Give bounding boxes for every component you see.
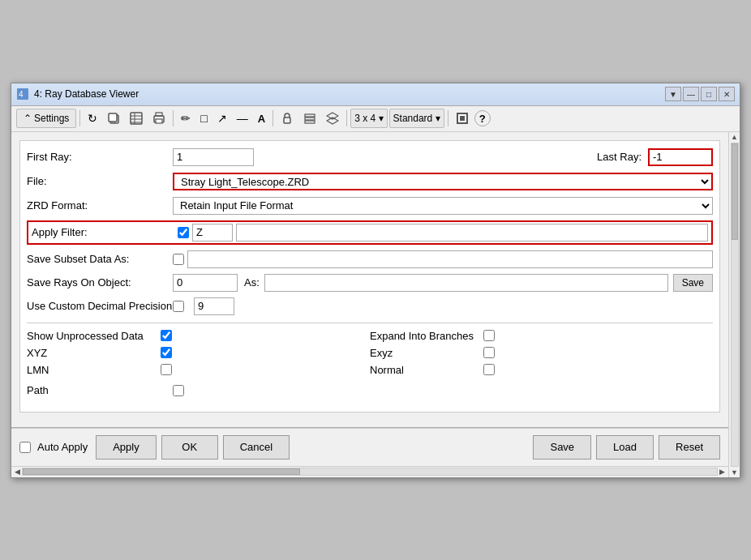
cancel-button[interactable]: Cancel [223,435,290,460]
path-row: Path [27,381,713,400]
auto-apply-checkbox[interactable] [19,442,31,453]
normal-checkbox[interactable] [483,364,495,375]
scroll-left-arrow[interactable]: ◀ [13,468,22,476]
save-button[interactable]: Save [533,435,591,460]
exyz-label: Exyz [370,347,483,359]
toolbar-sep-1 [79,110,80,126]
expand-branches-col: Expand Into Branches [370,330,713,342]
svg-rect-3 [109,113,117,122]
pencil-button[interactable]: ✏ [177,109,195,128]
save-subset-input[interactable] [187,250,713,268]
text-button[interactable]: A [254,109,269,128]
xyz-label: XYZ [27,347,161,359]
frame-button[interactable] [452,109,473,128]
apply-filter-text-input[interactable] [192,224,233,242]
zrd-format-label: ZRD Format: [27,199,173,212]
settings-button[interactable]: ⌃ Settings [16,109,76,128]
save-subset-label: Save Subset Data As: [27,253,173,265]
apply-filter-checkbox[interactable] [178,227,189,238]
decimal-checkbox[interactable] [173,301,184,312]
standard-dropdown[interactable]: Standard ▾ [389,109,444,128]
file-label: File: [27,175,173,187]
exyz-checkbox[interactable] [483,347,495,358]
toolbar-sep-3 [273,110,273,126]
reset-button[interactable]: Reset [659,435,720,460]
path-checkbox[interactable] [173,385,184,396]
help-button[interactable]: ? [474,110,491,126]
last-ray-input[interactable] [648,148,713,166]
arrow-button[interactable]: ↗ [213,109,231,128]
save-rays-label: Save Rays On Object: [27,276,173,289]
h-scroll-thumb[interactable] [23,468,300,475]
close-btn[interactable]: ✕ [719,87,735,101]
scroll-down-arrow[interactable]: ▼ [730,468,739,477]
print-button[interactable] [148,109,170,128]
maximize-btn[interactable]: □ [701,87,717,101]
toolbar-sep-2 [173,110,174,126]
grid-dropdown[interactable]: 3 x 4 ▾ [350,109,387,128]
minimize2-btn[interactable]: — [683,87,699,101]
save-rays-row: Save Rays On Object: As: Save [27,274,713,292]
load-button[interactable]: Load [596,435,654,460]
svg-rect-12 [284,118,290,123]
scroll-right-arrow[interactable]: ▶ [718,468,727,476]
save-rays-input[interactable] [173,274,238,292]
save-subset-row: Save Subset Data As: [27,250,713,269]
lock-button[interactable] [277,109,298,128]
scroll-up-arrow[interactable]: ▲ [730,132,739,142]
toolbar-sep-5 [448,110,448,126]
decimal-input[interactable] [194,297,234,315]
decimal-row: Use Custom Decimal Precision [27,297,713,316]
minimize-btn[interactable]: ▼ [665,87,681,101]
unprocessed-branches-row: Show Unprocessed Data Expand Into Branch… [27,330,713,342]
copy-button[interactable] [103,109,124,128]
apply-filter-extra-input[interactable] [236,224,708,242]
show-unprocessed-checkbox[interactable] [161,330,172,341]
main-content: First Ray: Last Ray: File: Stray Light_T… [11,132,728,477]
stack1-button[interactable] [299,109,320,128]
svg-marker-16 [327,113,338,119]
file-select[interactable]: Stray Light_Telescope.ZRD [173,173,713,190]
v-scroll-track[interactable] [731,143,739,467]
auto-apply-section: Auto Apply [19,441,88,453]
table-button[interactable] [126,109,147,128]
window-icon: 4 [16,88,29,100]
path-label: Path [27,384,173,396]
xyz-exyz-row: XYZ Exyz [27,347,713,359]
ok-button[interactable]: OK [161,435,218,460]
save-subset-checkbox[interactable] [173,254,184,265]
xyz-col: XYZ [27,347,370,359]
as-label: As: [244,276,260,289]
normal-col: Normal [370,364,713,376]
form-area: First Ray: Last Ray: File: Stray Light_T… [19,140,720,413]
rect-button[interactable]: □ [196,109,211,128]
main-window: 4 4: Ray Database Viewer ▼ — □ ✕ ⌃ Setti… [11,83,740,478]
svg-text:4: 4 [19,90,24,99]
first-last-ray-row: First Ray: Last Ray: [27,147,713,167]
zrd-format-row: ZRD Format: Retain Input File Format [27,196,713,216]
normal-label: Normal [370,364,483,376]
stack2-button[interactable] [322,109,343,128]
dash-button[interactable]: — [233,109,252,128]
lmn-checkbox[interactable] [161,364,172,375]
main-body: First Ray: Last Ray: File: Stray Light_T… [11,132,740,477]
h-scroll-track[interactable] [22,468,718,476]
exyz-col: Exyz [370,347,713,359]
zrd-format-select[interactable]: Retain Input File Format [173,197,713,215]
lmn-normal-row: LMN Normal [27,364,713,376]
svg-rect-13 [305,114,315,117]
expand-branches-checkbox[interactable] [483,330,495,341]
v-scroll-thumb[interactable] [732,143,738,240]
svg-rect-14 [305,118,315,120]
refresh-button[interactable]: ↻ [84,109,101,128]
as-input[interactable] [264,274,668,292]
xyz-checkbox[interactable] [161,347,172,358]
apply-button[interactable]: Apply [96,435,157,460]
svg-rect-20 [460,116,465,121]
last-ray-label: Last Ray: [597,151,642,163]
title-controls: ▼ — □ ✕ [665,87,735,101]
first-ray-input[interactable] [173,148,254,166]
content-area: First Ray: Last Ray: File: Stray Light_T… [11,132,728,427]
show-unprocessed-label: Show Unprocessed Data [27,330,161,342]
save-rays-button[interactable]: Save [673,274,713,292]
